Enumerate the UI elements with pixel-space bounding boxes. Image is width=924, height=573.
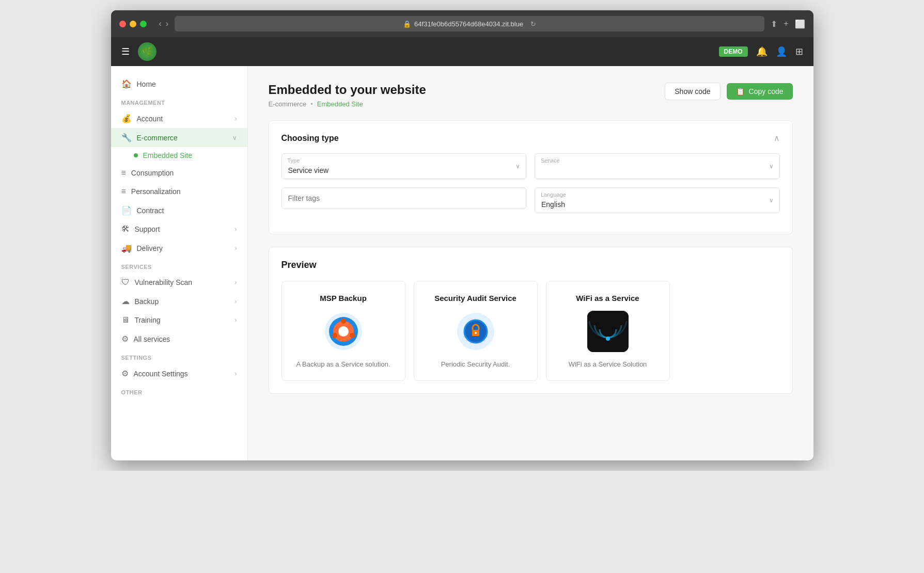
type-field: Type Service view ∨ bbox=[281, 153, 527, 179]
sidebar-backup-label: Backup bbox=[135, 297, 159, 306]
user-icon[interactable]: 👤 bbox=[776, 46, 787, 57]
arrow-icon: › bbox=[235, 115, 237, 122]
sidebar-item-support[interactable]: 🛠 Support › bbox=[111, 220, 247, 238]
browser-actions: ⬆ + ⬜ bbox=[771, 19, 805, 29]
wifi-icon bbox=[587, 311, 629, 352]
personalization-icon: ≡ bbox=[121, 187, 126, 196]
sidebar-section-other: OTHER bbox=[111, 383, 247, 399]
sidebar-ecommerce-label: E-commerce bbox=[137, 134, 178, 142]
url-text: 64f31fe0b6d55764d68e4034.zit.blue bbox=[414, 20, 523, 28]
backup-icon: ☁ bbox=[121, 296, 130, 306]
sidebar-section-settings: SETTINGS bbox=[111, 348, 247, 364]
breadcrumb-embedded-site[interactable]: Embedded Site bbox=[317, 100, 363, 108]
minimize-button[interactable] bbox=[130, 21, 136, 27]
ecommerce-arrow-icon: ∨ bbox=[232, 134, 237, 141]
show-code-button[interactable]: Show code bbox=[665, 83, 720, 100]
form-row-tags-language: Language English ∨ bbox=[281, 187, 780, 213]
address-bar[interactable]: 🔒 64f31fe0b6d55764d68e4034.zit.blue ↻ bbox=[175, 16, 764, 31]
main-content: Embedded to your website E-commerce • Em… bbox=[248, 66, 813, 460]
forward-button[interactable]: › bbox=[166, 19, 168, 28]
sidebar-item-all-services[interactable]: ⚙ All services bbox=[111, 329, 247, 348]
sidebar-training-label: Training bbox=[135, 316, 161, 324]
breadcrumb-ecommerce[interactable]: E-commerce bbox=[269, 100, 307, 108]
service-card-security-audit[interactable]: Security Audit Service bbox=[414, 281, 538, 381]
notification-icon[interactable]: 🔔 bbox=[756, 46, 768, 57]
hamburger-icon[interactable]: ☰ bbox=[121, 46, 130, 57]
copy-code-button[interactable]: 📋 Copy code bbox=[727, 83, 793, 100]
page-header-left: Embedded to your website E-commerce • Em… bbox=[269, 83, 426, 108]
settings-icon: ⚙ bbox=[121, 369, 129, 378]
service-field: Service ∨ bbox=[535, 153, 780, 179]
main-area: 🏠 Home MANAGEMENT 💰 Account › 🔧 E-commer… bbox=[111, 66, 813, 460]
maximize-button[interactable] bbox=[140, 21, 147, 27]
preview-card: Preview MSP Backup bbox=[269, 247, 793, 394]
sidebar-home-label: Home bbox=[137, 80, 156, 88]
msp-backup-title: MSP Backup bbox=[320, 294, 367, 303]
app-container: ☰ 🌿 DEMO 🔔 👤 ⊞ 🏠 Home MANAGEMENT 💰 bbox=[111, 37, 813, 460]
page-header: Embedded to your website E-commerce • Em… bbox=[269, 83, 793, 108]
svg-point-3 bbox=[338, 326, 349, 337]
sidebar-item-backup[interactable]: ☁ Backup › bbox=[111, 292, 247, 311]
sidebar-toggle-icon[interactable]: ⬜ bbox=[795, 19, 805, 29]
settings-arrow-icon: › bbox=[235, 370, 237, 377]
back-button[interactable]: ‹ bbox=[159, 19, 162, 28]
security-audit-title: Security Audit Service bbox=[434, 294, 516, 303]
sidebar-support-label: Support bbox=[135, 225, 160, 233]
top-nav-left: ☰ 🌿 bbox=[121, 42, 156, 61]
service-select[interactable] bbox=[535, 153, 780, 179]
sidebar-item-consumption[interactable]: ≡ Consumption bbox=[111, 164, 247, 182]
demo-badge: DEMO bbox=[719, 46, 748, 57]
sidebar-item-training[interactable]: 🖥 Training › bbox=[111, 311, 247, 329]
top-nav-right: DEMO 🔔 👤 ⊞ bbox=[719, 46, 803, 57]
type-select[interactable]: Service view bbox=[281, 153, 527, 179]
ecommerce-icon: 🔧 bbox=[121, 133, 132, 142]
collapse-icon[interactable]: ∧ bbox=[774, 133, 780, 143]
sidebar-item-ecommerce[interactable]: 🔧 E-commerce ∨ bbox=[111, 128, 247, 147]
svg-point-4 bbox=[341, 319, 346, 324]
embedded-site-label: Embedded Site bbox=[143, 151, 193, 160]
msp-backup-desc: A Backup as a Service solution. bbox=[296, 360, 390, 368]
sidebar-delivery-label: Delivery bbox=[137, 244, 163, 252]
form-row-type-service: Type Service view ∨ Service bbox=[281, 153, 780, 179]
service-card-msp-backup[interactable]: MSP Backup bbox=[281, 281, 405, 381]
service-cards-container: MSP Backup bbox=[281, 281, 780, 381]
sidebar-consumption-label: Consumption bbox=[131, 169, 174, 177]
contract-icon: 📄 bbox=[121, 205, 132, 215]
svg-point-12 bbox=[606, 337, 610, 341]
sidebar-contract-label: Contract bbox=[137, 206, 164, 215]
sidebar-item-account[interactable]: 💰 Account › bbox=[111, 109, 247, 128]
sidebar-item-vulnerability-scan[interactable]: 🛡 Vulnerability Scan › bbox=[111, 273, 247, 292]
home-icon: 🏠 bbox=[121, 79, 132, 89]
service-card-wifi[interactable]: WiFi as a Service bbox=[546, 281, 670, 381]
sidebar-item-account-settings[interactable]: ⚙ Account Settings › bbox=[111, 364, 247, 383]
browser-titlebar: ‹ › 🔒 64f31fe0b6d55764d68e4034.zit.blue … bbox=[111, 10, 813, 37]
new-tab-icon[interactable]: + bbox=[784, 19, 788, 29]
sidebar-item-delivery[interactable]: 🚚 Delivery › bbox=[111, 238, 247, 258]
filter-tags-input[interactable] bbox=[281, 187, 527, 209]
sidebar-subitem-embedded-site[interactable]: Embedded Site bbox=[111, 147, 247, 164]
backup-arrow-icon: › bbox=[235, 298, 237, 305]
svg-point-6 bbox=[332, 333, 337, 338]
browser-controls: ‹ › bbox=[159, 19, 169, 28]
close-button[interactable] bbox=[119, 21, 126, 27]
vuln-scan-icon: 🛡 bbox=[121, 278, 130, 287]
sidebar-vuln-scan-label: Vulnerability Scan bbox=[135, 278, 193, 286]
sidebar-item-home[interactable]: 🏠 Home bbox=[111, 74, 247, 93]
sidebar-item-contract[interactable]: 📄 Contract bbox=[111, 201, 247, 220]
sidebar-item-personalization[interactable]: ≡ Personalization bbox=[111, 182, 247, 201]
reload-icon[interactable]: ↻ bbox=[530, 20, 536, 28]
svg-point-10 bbox=[475, 332, 477, 334]
breadcrumb-separator: • bbox=[310, 100, 313, 108]
sidebar-account-settings-label: Account Settings bbox=[134, 370, 188, 378]
layout-icon[interactable]: ⊞ bbox=[795, 46, 803, 57]
support-icon: 🛠 bbox=[121, 225, 130, 234]
app-logo: 🌿 bbox=[138, 42, 156, 61]
copy-icon: 📋 bbox=[736, 87, 745, 95]
page-title: Embedded to your website bbox=[269, 83, 426, 97]
account-icon: 💰 bbox=[121, 114, 132, 123]
language-select[interactable]: English bbox=[535, 187, 780, 213]
consumption-icon: ≡ bbox=[121, 168, 126, 178]
active-dot-icon bbox=[134, 153, 138, 157]
support-arrow-icon: › bbox=[235, 226, 237, 233]
share-icon[interactable]: ⬆ bbox=[771, 19, 777, 29]
